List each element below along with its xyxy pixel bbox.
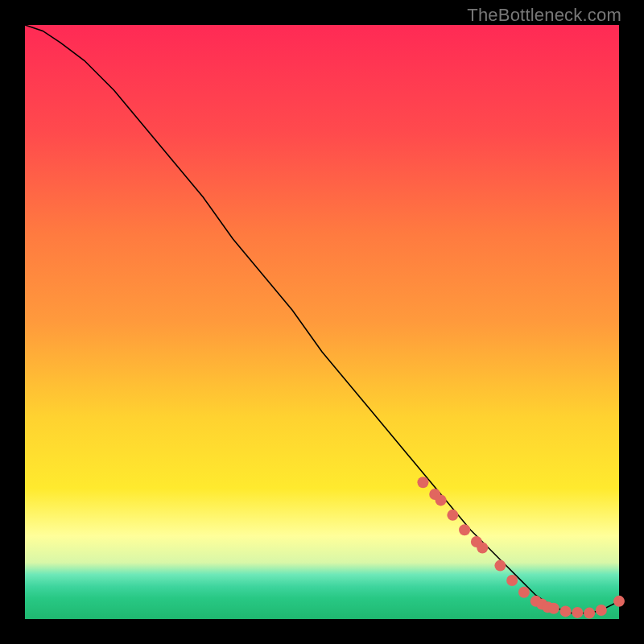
marker-point (417, 477, 428, 488)
chart-frame: TheBottleneck.com (0, 0, 644, 644)
marker-point (494, 560, 506, 572)
marker-point (584, 608, 595, 619)
marker-point (459, 524, 470, 535)
marker-point (477, 542, 488, 553)
plot-area (25, 25, 619, 619)
marker-point (548, 603, 559, 614)
curve-svg (25, 25, 619, 619)
marker-point (560, 605, 572, 617)
watermark-text: TheBottleneck.com (467, 5, 621, 26)
marker-point (518, 587, 530, 598)
highlighted-points (417, 477, 625, 618)
bottleneck-curve (25, 25, 619, 613)
marker-point (596, 605, 607, 616)
marker-point (572, 607, 583, 618)
marker-point (506, 575, 518, 586)
marker-point (447, 510, 458, 521)
marker-point (613, 596, 625, 607)
marker-point (436, 494, 447, 506)
